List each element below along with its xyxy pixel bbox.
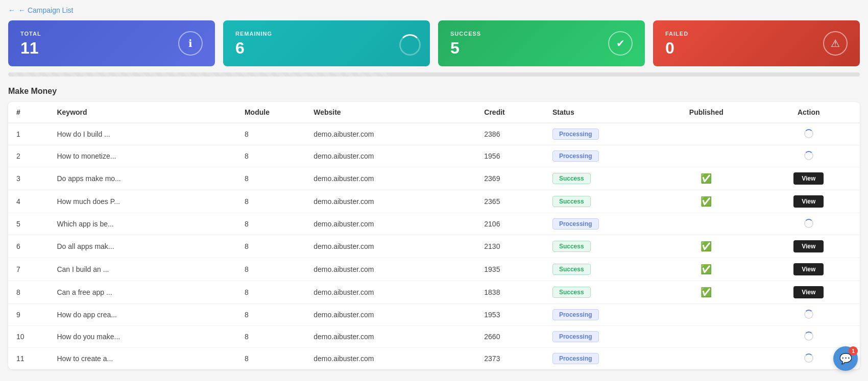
check-icon: ✔	[608, 31, 633, 56]
loading-spinner-icon	[804, 129, 813, 138]
table-row: 10 How do you make... 8 demo.aibuster.co…	[8, 326, 860, 348]
status-badge: Processing	[552, 331, 599, 342]
cell-keyword: Which app is be...	[49, 213, 236, 235]
col-header-status: Status	[544, 102, 655, 123]
status-badge: Success	[552, 241, 591, 252]
failed-value: 0	[665, 40, 688, 56]
remaining-label: REMAINING	[235, 31, 272, 37]
back-link[interactable]: ← ← Campaign List	[8, 6, 73, 14]
loading-spinner-icon	[804, 151, 813, 160]
stats-row: TOTAL 11 ℹ REMAINING 6 SUCCESS 5 ✔ FAILE…	[8, 20, 860, 66]
cell-published	[655, 213, 757, 235]
chat-badge: 1	[849, 346, 858, 355]
col-header-website: Website	[305, 102, 476, 123]
cell-website: demo.aibuster.com	[305, 326, 476, 348]
cell-action[interactable]: View	[758, 190, 860, 213]
back-arrow-icon: ←	[8, 6, 15, 14]
published-check-icon: ✅	[701, 173, 712, 184]
cell-website: demo.aibuster.com	[305, 167, 476, 190]
cell-published	[655, 348, 757, 370]
view-button[interactable]: View	[793, 286, 824, 298]
cell-published: ✅	[655, 281, 757, 304]
loading-spinner-icon	[804, 353, 813, 363]
cell-action[interactable]: View	[758, 167, 860, 190]
published-check-icon: ✅	[701, 287, 712, 297]
total-value: 11	[20, 40, 41, 56]
cell-action[interactable]: View	[758, 281, 860, 304]
cell-website: demo.aibuster.com	[305, 235, 476, 258]
cell-website: demo.aibuster.com	[305, 145, 476, 167]
cell-module: 8	[236, 304, 305, 326]
cell-published	[655, 304, 757, 326]
status-badge: Success	[552, 287, 591, 298]
cell-website: demo.aibuster.com	[305, 258, 476, 281]
status-badge: Processing	[552, 129, 599, 140]
cell-action[interactable]: View	[758, 235, 860, 258]
cell-num: 6	[8, 235, 49, 258]
failed-label: FAILED	[665, 31, 688, 37]
table-row: 5 Which app is be... 8 demo.aibuster.com…	[8, 213, 860, 235]
cell-credit: 1956	[476, 145, 544, 167]
cell-website: demo.aibuster.com	[305, 304, 476, 326]
cell-keyword: Do apps make mo...	[49, 167, 236, 190]
status-badge: Processing	[552, 309, 599, 320]
cell-keyword: Can a free app ...	[49, 281, 236, 304]
cell-num: 10	[8, 326, 49, 348]
remaining-value: 6	[235, 40, 272, 56]
table-row: 6 Do all apps mak... 8 demo.aibuster.com…	[8, 235, 860, 258]
cell-keyword: How do you make...	[49, 326, 236, 348]
cell-status: Processing	[544, 304, 655, 326]
view-button[interactable]: View	[793, 263, 824, 275]
progress-bar	[8, 72, 860, 77]
cell-module: 8	[236, 235, 305, 258]
table-row: 11 How to create a... 8 demo.aibuster.co…	[8, 348, 860, 370]
cell-module: 8	[236, 258, 305, 281]
warning-icon: ⚠	[823, 31, 848, 56]
loading-spinner-icon	[804, 332, 813, 341]
back-link-label: ← Campaign List	[18, 6, 73, 14]
progress-bar-fill	[8, 72, 392, 77]
cell-published: ✅	[655, 258, 757, 281]
chat-button[interactable]: 💬 1	[833, 346, 858, 371]
cell-status: Success	[544, 281, 655, 304]
table-row: 4 How much does P... 8 demo.aibuster.com…	[8, 190, 860, 213]
cell-status: Processing	[544, 326, 655, 348]
cell-action	[758, 326, 860, 348]
view-button[interactable]: View	[793, 195, 824, 208]
col-header-keyword: Keyword	[49, 102, 236, 123]
section-title: Make Money	[8, 87, 860, 96]
table-row: 3 Do apps make mo... 8 demo.aibuster.com…	[8, 167, 860, 190]
col-header-published: Published	[655, 102, 757, 123]
table-header-row: # Keyword Module Website Credit Status P…	[8, 102, 860, 123]
cell-module: 8	[236, 167, 305, 190]
col-header-action: Action	[758, 102, 860, 123]
col-header-module: Module	[236, 102, 305, 123]
cell-credit: 2369	[476, 167, 544, 190]
cell-action[interactable]: View	[758, 258, 860, 281]
published-check-icon: ✅	[701, 241, 712, 251]
col-header-credit: Credit	[476, 102, 544, 123]
cell-num: 3	[8, 167, 49, 190]
loading-spinner-icon	[804, 310, 813, 319]
stat-total: TOTAL 11 ℹ	[8, 20, 215, 66]
view-button[interactable]: View	[793, 172, 824, 185]
cell-credit: 1953	[476, 304, 544, 326]
cell-status: Processing	[544, 213, 655, 235]
loading-icon	[399, 34, 418, 53]
cell-module: 8	[236, 213, 305, 235]
cell-published: ✅	[655, 235, 757, 258]
table-row: 7 Can I build an ... 8 demo.aibuster.com…	[8, 258, 860, 281]
table-row: 2 How to monetize... 8 demo.aibuster.com…	[8, 145, 860, 167]
stat-remaining: REMAINING 6	[223, 20, 430, 66]
published-check-icon: ✅	[701, 196, 712, 207]
info-icon: ℹ	[178, 31, 203, 56]
status-badge: Success	[552, 196, 591, 207]
cell-num: 9	[8, 304, 49, 326]
cell-action	[758, 304, 860, 326]
table-row: 1 How do I build ... 8 demo.aibuster.com…	[8, 123, 860, 145]
status-badge: Processing	[552, 218, 599, 230]
cell-num: 4	[8, 190, 49, 213]
data-table: # Keyword Module Website Credit Status P…	[8, 102, 860, 369]
view-button[interactable]: View	[793, 240, 824, 252]
cell-website: demo.aibuster.com	[305, 190, 476, 213]
